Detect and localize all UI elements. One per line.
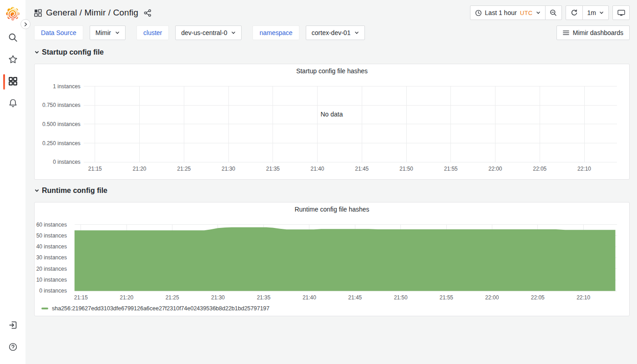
svg-text:0.250 instances: 0.250 instances [42,140,81,147]
dashboard-header: General / Mimir / Config Last 1 hour [34,0,630,25]
variable-namespace: namespace cortex-dev-01 [253,25,365,40]
section-title: Startup config file [42,48,104,56]
svg-text:22:00: 22:00 [489,166,502,172]
breadcrumb[interactable]: General / Mimir / Config [46,8,138,18]
svg-text:21:20: 21:20 [120,294,133,301]
variable-value-namespace[interactable]: cortex-dev-01 [306,25,365,40]
variable-value-text: Mimir [96,29,111,36]
svg-text:0.750 instances: 0.750 instances [42,102,81,108]
share-icon[interactable] [144,9,152,17]
svg-text:22:05: 22:05 [531,294,545,301]
svg-text:21:45: 21:45 [348,294,362,301]
variable-label-namespace: namespace [253,25,299,40]
svg-text:21:30: 21:30 [211,294,225,301]
svg-text:21:25: 21:25 [177,166,191,172]
svg-text:21:15: 21:15 [88,166,102,172]
svg-text:21:45: 21:45 [355,166,369,172]
svg-text:60 instances: 60 instances [36,222,67,228]
startup-config-chart[interactable]: 21:1521:2021:2521:3021:3521:4021:4521:50… [35,64,629,179]
variable-value-text: cortex-dev-01 [312,29,351,36]
mimir-dashboards-label: Mimir dashboards [573,29,623,36]
sidebar-item-help[interactable] [0,337,25,359]
variable-label-datasource: Data Source [34,25,83,40]
variable-label-cluster: cluster [136,25,169,40]
svg-text:10 instances: 10 instances [36,277,67,283]
refresh-interval-value: 1m [587,9,596,16]
svg-text:22:00: 22:00 [485,294,499,301]
legend-item[interactable]: sha256:219627edd3103dfe6799126a6cee27f23… [41,305,269,312]
time-range-picker[interactable]: Last 1 hour UTC [470,6,545,20]
chevron-down-icon [536,10,541,15]
sidebar-item-alerting[interactable] [0,93,25,115]
variable-value-datasource[interactable]: Mimir [90,25,126,40]
sidebar-item-starred[interactable] [0,49,25,71]
bell-icon [8,98,18,110]
apps-icon [8,76,18,88]
monitor-icon [617,10,625,16]
chevron-down-icon [231,30,236,35]
svg-text:40 instances: 40 instances [36,243,67,250]
svg-text:30 instances: 30 instances [36,255,67,261]
sidebar-item-sign-in[interactable] [0,315,25,337]
svg-text:21:50: 21:50 [399,166,413,172]
variable-value-cluster[interactable]: dev-us-central-0 [175,25,242,40]
svg-text:21:15: 21:15 [74,294,88,301]
variable-cluster: cluster dev-us-central-0 [136,25,242,40]
svg-text:22:10: 22:10 [577,166,591,172]
svg-text:21:30: 21:30 [222,166,235,172]
time-range-label: Last 1 hour [485,9,517,16]
panel-runtime-config: Runtime config file hashes 21:1521:2021:… [34,202,630,316]
timezone-label: UTC [520,10,533,16]
refresh-interval-picker[interactable]: 1m [582,6,608,20]
section-header-startup[interactable]: Startup config file [34,47,630,58]
svg-text:21:50: 21:50 [394,294,408,301]
star-icon [8,55,18,66]
svg-text:21:20: 21:20 [133,166,147,172]
chevron-down-icon [354,30,359,35]
section-header-runtime[interactable]: Runtime config file [34,185,630,196]
svg-text:22:05: 22:05 [533,166,546,172]
sidebar [0,0,25,364]
main-content: General / Mimir / Config Last 1 hour [25,0,637,316]
svg-text:21:35: 21:35 [257,294,270,301]
active-nav-indicator [3,74,5,90]
sidebar-expand-button[interactable] [20,19,30,29]
help-icon [8,342,18,354]
clock-icon [475,10,482,16]
refresh-controls: 1m [566,5,609,20]
refresh-icon [571,9,578,16]
svg-text:50 instances: 50 instances [36,233,67,239]
svg-text:22:10: 22:10 [576,294,590,301]
variable-datasource: Data Source Mimir [34,25,126,40]
variables-row: Data Source Mimir cluster dev-us-central… [34,25,630,40]
chevron-down-icon [599,10,604,15]
refresh-button[interactable] [566,6,582,20]
svg-text:21:55: 21:55 [444,166,458,172]
panel-startup-config: Startup config file hashes 21:1521:2021:… [34,64,630,180]
svg-text:20 instances: 20 instances [36,266,67,272]
svg-text:1 instances: 1 instances [53,83,81,90]
zoom-out-button[interactable] [545,6,561,20]
svg-text:0 instances: 0 instances [39,288,67,294]
legend-label: sha256:219627edd3103dfe6799126a6cee27f23… [52,305,269,312]
section-title: Runtime config file [42,187,107,195]
tv-mode [612,5,630,20]
svg-text:0 instances: 0 instances [53,159,81,165]
hamburger-icon [563,30,569,35]
sidebar-item-dashboards[interactable] [0,71,25,93]
svg-text:21:40: 21:40 [311,166,324,172]
variable-value-text: dev-us-central-0 [181,29,227,36]
tv-mode-button[interactable] [613,6,629,20]
svg-text:21:40: 21:40 [303,294,316,301]
sign-in-icon [8,320,18,332]
runtime-config-chart[interactable]: 21:1521:2021:2521:3021:3521:4021:4521:50… [35,202,629,316]
time-controls: Last 1 hour UTC [470,5,562,20]
dashboard-apps-icon [34,9,42,17]
chevron-down-icon [34,188,40,193]
search-icon [8,33,18,44]
svg-text:21:35: 21:35 [266,166,280,172]
mimir-dashboards-button[interactable]: Mimir dashboards [556,25,630,40]
sidebar-item-search[interactable] [0,27,25,49]
svg-text:0.500 instances: 0.500 instances [42,121,81,127]
chevron-down-icon [115,30,120,35]
